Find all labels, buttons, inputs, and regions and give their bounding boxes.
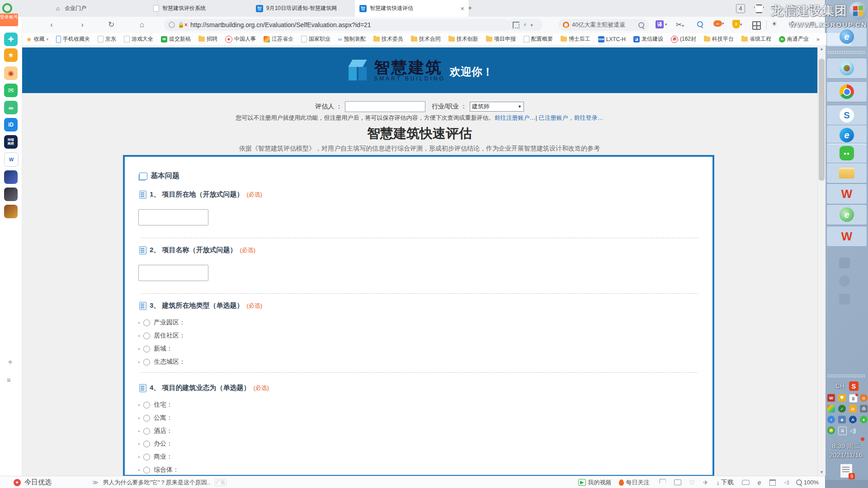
history-undo-button[interactable]: ↺▾ — [788, 20, 796, 28]
status-ad-text[interactable]: 男人为什么要多吃"它"？原来是这个原因.. — [103, 479, 210, 487]
tab-count-badge[interactable]: 4 — [736, 4, 745, 13]
tray-network-icon[interactable]: ⌸ — [838, 427, 847, 435]
sidebar-favorites-icon[interactable]: ★ — [4, 48, 18, 62]
bookmark-item[interactable]: 科技平台 — [704, 35, 734, 43]
bookmark-fav-root[interactable]: ★收藏▾ — [26, 35, 48, 43]
tray-360-health-icon[interactable]: + — [827, 427, 835, 434]
login-link[interactable]: 已注册账户，前往登录… — [539, 114, 604, 121]
radio-icon[interactable] — [143, 346, 150, 352]
bookmark-item[interactable]: ◪龙信建设 — [633, 35, 663, 43]
bookmark-item[interactable]: 招聘 — [198, 35, 217, 43]
addon-chevron-icon[interactable]: ▾ — [530, 23, 533, 28]
site-info-icon[interactable] — [169, 22, 175, 28]
tray-news-icon[interactable]: ≣ — [849, 394, 858, 403]
url-text[interactable]: http://smartbuilding.org.cn/Evaluation/S… — [190, 21, 371, 28]
picture-icon[interactable] — [674, 479, 681, 485]
tray-bird-icon[interactable]: ◗ — [827, 416, 835, 423]
sidebar-game2-icon[interactable] — [4, 188, 18, 201]
bookmark-item[interactable]: 技术委员 — [373, 35, 403, 43]
tray-box-icon[interactable] — [827, 405, 835, 413]
radio-icon[interactable] — [143, 359, 150, 366]
sidebar-add-button[interactable]: ＋ — [6, 357, 14, 367]
skin-icon[interactable] — [754, 5, 764, 13]
radio-option[interactable]: 生态城区： — [138, 358, 185, 366]
tray-ubuntu-icon[interactable]: ◎ — [860, 394, 868, 402]
bookmark-item[interactable]: DSMLXTC-H — [598, 36, 626, 42]
rocket-icon[interactable]: ✈ — [703, 479, 708, 486]
sidebar-mail-icon[interactable]: ✉ — [4, 84, 18, 97]
radio-icon[interactable] — [143, 402, 150, 408]
radio-option[interactable]: 综合体： — [138, 466, 179, 474]
scroll-down-arrow[interactable]: ▼ — [818, 469, 826, 476]
dock-parrot-button[interactable] — [826, 58, 867, 79]
speaker-icon[interactable]: ◁) — [784, 479, 789, 485]
search-box[interactable]: 40亿大案主犯被遣返 — [558, 19, 649, 31]
sidebar-word-doc-icon[interactable]: W — [4, 152, 19, 167]
tab-portal[interactable]: ⌂ 企业门户 — [50, 0, 158, 17]
dock-wps-button[interactable]: W — [826, 183, 867, 204]
radio-option[interactable]: 办公： — [138, 440, 173, 448]
radio-icon[interactable] — [143, 428, 150, 435]
radio-option[interactable]: 新城： — [138, 345, 173, 353]
radio-option[interactable]: 居住社区： — [138, 332, 185, 340]
radio-option[interactable]: 产业园区： — [138, 319, 185, 327]
car-icon[interactable] — [742, 480, 750, 485]
evaluator-input[interactable] — [345, 101, 425, 112]
bookmark-item[interactable]: 易(162封 — [671, 35, 696, 43]
bookmark-item[interactable]: in南通产业 — [779, 35, 809, 43]
home-button[interactable]: ⌂ — [136, 19, 148, 31]
bookmark-item[interactable]: 项目申报 — [486, 35, 516, 43]
sidebar-id-app-icon[interactable]: iD — [4, 118, 18, 131]
zoom-control[interactable]: 100% — [796, 479, 819, 486]
radio-option[interactable]: 商业： — [138, 453, 173, 461]
apps-grid-icon[interactable] — [752, 21, 761, 30]
scroll-up-arrow[interactable]: ▲ — [818, 45, 826, 52]
shield-icon[interactable] — [660, 479, 666, 486]
login-account-badge[interactable]: 登录账号 — [0, 14, 18, 26]
tray-clock-time[interactable]: 8:39 周二 — [832, 442, 860, 450]
tab-close-icon[interactable]: × — [461, 5, 464, 12]
bookmark-item[interactable]: 京东 — [98, 35, 116, 43]
back-button[interactable]: ‹ — [45, 19, 58, 31]
tray-clock-date[interactable]: 2021/11/16 — [829, 451, 863, 459]
bookmark-item[interactable]: 配置概要 — [524, 35, 553, 43]
radio-option[interactable]: 公寓： — [138, 414, 173, 422]
tab-eval-system[interactable]: 智慧建筑评价系统 — [149, 0, 260, 17]
tab-quick-eval-active[interactable]: 智 智慧建筑快速评估 × — [355, 0, 469, 17]
new-tab-button[interactable]: ＋ — [467, 4, 473, 12]
bookmarks-overflow-button[interactable]: » — [816, 36, 820, 42]
bookmark-item[interactable]: 手机收藏夹 — [56, 35, 90, 43]
radio-icon[interactable] — [143, 467, 150, 474]
bookmark-item[interactable]: 国家职业 — [301, 35, 330, 43]
tray-shield-icon[interactable]: ⛊ — [838, 394, 846, 402]
tray-volume-icon[interactable]: ◁) — [849, 427, 857, 434]
my-videos-item[interactable]: ▶ 我的视频 — [578, 479, 611, 487]
q2-text-input[interactable] — [138, 265, 208, 281]
sidebar-menu-button[interactable]: ≡ — [7, 376, 11, 384]
bookmark-item[interactable]: 博士后工 — [561, 35, 590, 43]
minimize-button[interactable]: — — [771, 3, 777, 9]
tray-green-shield-icon[interactable]: ✓ — [838, 405, 846, 413]
bookmark-item[interactable]: W提交新稿 — [161, 35, 191, 43]
window-layout-icon[interactable] — [769, 479, 776, 486]
page-scrollbar[interactable]: ▲ ▼ — [817, 45, 826, 476]
dock-sogou-button[interactable]: S — [826, 105, 867, 126]
dock-explorer-button[interactable] — [826, 163, 867, 183]
translate-button[interactable]: 译 ▾ — [656, 20, 667, 28]
register-link[interactable]: 前往注册账户… — [495, 114, 536, 121]
radio-icon[interactable] — [143, 333, 150, 339]
bookmark-item[interactable]: 技术创新 — [448, 35, 478, 43]
tray-defender-icon[interactable]: A — [849, 416, 857, 423]
qr-code-icon[interactable] — [513, 22, 519, 28]
tab-training-notice[interactable]: 智 9月10日培训通知-智慧建筑网 — [251, 0, 364, 17]
wallet-shield-button[interactable]: ¥ ▾ — [732, 20, 742, 28]
main-menu-button[interactable]: ≡ — [810, 19, 815, 28]
bookmark-item[interactable]: ∞预制装配 — [338, 35, 366, 43]
q1-text-input[interactable] — [138, 209, 208, 225]
insecure-lock-icon[interactable]: 🔒× — [178, 22, 188, 28]
sidebar-health-app-icon[interactable]: ✚ — [4, 33, 18, 46]
accelerate-icon[interactable]: ⚡ — [523, 22, 527, 28]
sidebar-game1-icon[interactable] — [4, 170, 18, 184]
dock-wps2-button[interactable]: W — [826, 226, 867, 247]
tray-printer-icon[interactable]: ⎙ — [860, 405, 868, 413]
